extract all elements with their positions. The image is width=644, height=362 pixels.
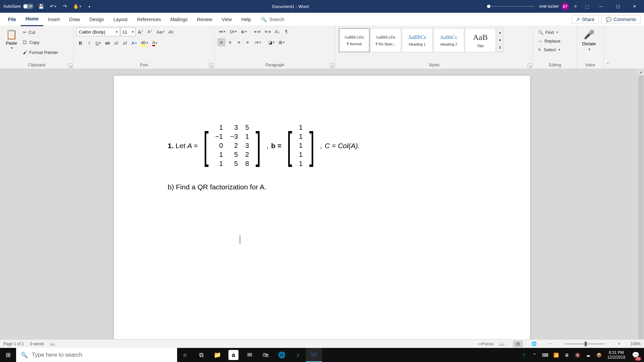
tab-help[interactable]: Help	[236, 13, 256, 26]
superscript-button[interactable]: x2	[121, 39, 129, 47]
align-left-button[interactable]: ≡	[217, 38, 225, 46]
bold-button[interactable]: B	[76, 39, 85, 47]
clock[interactable]: 8:31 PM 12/2/2019	[605, 350, 628, 360]
bullets-button[interactable]: ▪≡▾	[217, 27, 227, 36]
style-item-normal[interactable]: AaBbCcDc ¶ Normal	[339, 28, 370, 52]
start-button[interactable]: ⊞	[0, 348, 16, 362]
undo-icon[interactable]: ↶▾	[48, 2, 58, 11]
tab-insert[interactable]: Insert	[43, 13, 64, 26]
shrink-font-button[interactable]: A˅	[146, 28, 154, 36]
spelling-icon[interactable]: 📖	[50, 342, 55, 346]
zoom-level[interactable]: 100%	[630, 342, 641, 346]
borders-button[interactable]: ⊞▾	[277, 38, 286, 46]
tab-draw[interactable]: Draw	[64, 13, 85, 26]
highlight-button[interactable]: ab▾	[139, 39, 150, 47]
keyboard-icon[interactable]: ⌨	[540, 348, 550, 362]
copy-button[interactable]: ⿻Copy	[21, 38, 59, 46]
text-effects-button[interactable]: A▾	[130, 39, 139, 47]
underline-button[interactable]: U▾	[94, 39, 103, 47]
font-size-combo[interactable]: 11▾	[121, 27, 136, 36]
store-icon[interactable]: 🛍	[258, 348, 274, 362]
cut-button[interactable]: ✂Cut	[21, 28, 59, 36]
minimize-button[interactable]: —	[594, 1, 608, 11]
paragraph-launcher[interactable]: ↘	[330, 63, 334, 68]
help-icon[interactable]: ?	[519, 348, 529, 362]
explorer-icon[interactable]: 📁	[209, 348, 225, 362]
tab-home[interactable]: Home	[21, 13, 43, 26]
paste-button[interactable]: 📋 Paste ▾	[3, 27, 20, 51]
comments-button[interactable]: 💬Comments	[601, 15, 641, 24]
font-launcher[interactable]: ↘	[209, 63, 214, 68]
page-count[interactable]: Page 1 of 1	[3, 342, 24, 346]
style-item-heading2[interactable]: AaBbCc Heading 2	[433, 28, 464, 52]
gallery-scroll[interactable]: ▴ ▾ ⊽	[496, 28, 503, 52]
shading-button[interactable]: ◪▾	[267, 38, 276, 46]
tray-expand-icon[interactable]: ⌃	[530, 348, 540, 362]
touch-mode-icon[interactable]: ✋▾	[72, 2, 82, 11]
clipboard-launcher[interactable]: ↘	[68, 63, 73, 68]
collapse-ribbon-button[interactable]: ⌃	[604, 26, 612, 69]
font-name-combo[interactable]: Calibri (Body)▾	[76, 27, 120, 36]
word-count[interactable]: 0 words	[30, 342, 44, 346]
amazon-icon[interactable]: a	[228, 350, 238, 360]
save-icon[interactable]: 💾	[36, 2, 46, 11]
replace-button[interactable]: ↔Replace	[537, 37, 562, 45]
tab-view[interactable]: View	[217, 13, 236, 26]
tab-references[interactable]: References	[132, 13, 166, 26]
change-case-button[interactable]: Aa▾	[155, 28, 166, 36]
display-icon[interactable]: 🖥	[562, 348, 572, 362]
zoom-in-button[interactable]: +	[614, 341, 624, 347]
simplified-ribbon-slider[interactable]	[487, 6, 534, 7]
qat-more-icon[interactable]: ▾	[85, 2, 94, 11]
page[interactable]: 1. Let A = [ 135 −1−31 023 152 158 ] , b…	[114, 76, 530, 348]
taskbar-search[interactable]: 🔍 Type here to search	[16, 348, 177, 362]
subscript-button[interactable]: x2	[112, 39, 120, 47]
maximize-button[interactable]: ▢	[610, 1, 625, 11]
read-mode-button[interactable]: 📖	[497, 341, 507, 347]
mail-icon[interactable]: ✉	[241, 348, 258, 362]
tab-file[interactable]: File	[3, 13, 21, 26]
clear-formatting-button[interactable]: A◊	[167, 28, 175, 36]
grow-font-button[interactable]: A˄	[136, 28, 145, 36]
volume-icon[interactable]: 🔇	[573, 348, 583, 362]
zoom-out-button[interactable]: −	[545, 341, 555, 347]
tab-design[interactable]: Design	[85, 13, 109, 26]
word-icon[interactable]: W	[306, 348, 322, 362]
style-item-nospacing[interactable]: AaBbCcDc ¶ No Spac...	[370, 28, 401, 52]
show-marks-button[interactable]: ¶	[282, 27, 290, 36]
close-button[interactable]: ✕	[627, 1, 642, 11]
dropbox-icon[interactable]: 📦	[594, 348, 604, 362]
styles-gallery[interactable]: AaBbCcDc ¶ Normal AaBbCcDc ¶ No Spac... …	[338, 27, 504, 53]
user-account[interactable]: evie tucker ET	[539, 3, 569, 10]
font-color-button[interactable]: A▾	[151, 39, 159, 47]
autosave-toggle[interactable]: AutoSave Off	[3, 4, 34, 9]
style-item-heading1[interactable]: AaBbCc Heading 1	[402, 28, 433, 52]
decrease-indent-button[interactable]: ⇤≡	[253, 27, 262, 36]
scroll-thumb[interactable]	[638, 75, 644, 342]
tell-me-search[interactable]: 🔍 Search	[256, 17, 289, 22]
tab-layout[interactable]: Layout	[109, 13, 132, 26]
styles-launcher[interactable]: ↘	[528, 63, 532, 68]
increase-indent-button[interactable]: ≡⇥	[263, 27, 273, 36]
chrome-icon[interactable]: 🌐	[274, 348, 290, 362]
sort-button[interactable]: A↓	[273, 27, 281, 36]
align-right-button[interactable]: ≡	[235, 38, 243, 46]
vertical-scrollbar[interactable]: ▲ ▼	[638, 69, 644, 348]
strikethrough-button[interactable]: ab	[103, 39, 111, 47]
web-layout-button[interactable]: 🌐	[529, 341, 539, 347]
dictate-button[interactable]: 🎤 Dictate ▾	[580, 27, 598, 53]
select-button[interactable]: ↖Select▾	[537, 46, 562, 54]
notifications-button[interactable]: 💬25	[629, 348, 643, 362]
align-center-button[interactable]: ≡	[226, 38, 234, 46]
chevron-down-icon[interactable]: ▾	[497, 36, 503, 44]
line-spacing-button[interactable]: ↕≡▾	[252, 38, 263, 46]
style-item-title[interactable]: AaB Title	[465, 28, 496, 52]
spotify-icon[interactable]: ♪	[290, 348, 306, 362]
ribbon-display-icon[interactable]: ⬚	[582, 2, 592, 11]
wifi-icon[interactable]: 📶	[551, 348, 561, 362]
scroll-up-icon[interactable]: ▲	[638, 69, 644, 75]
redo-icon[interactable]: ↷	[60, 2, 70, 11]
gallery-more-icon[interactable]: ⊽	[497, 44, 503, 52]
print-layout-button[interactable]: ▤	[513, 341, 523, 347]
task-view-icon[interactable]: ⧉	[193, 348, 209, 362]
